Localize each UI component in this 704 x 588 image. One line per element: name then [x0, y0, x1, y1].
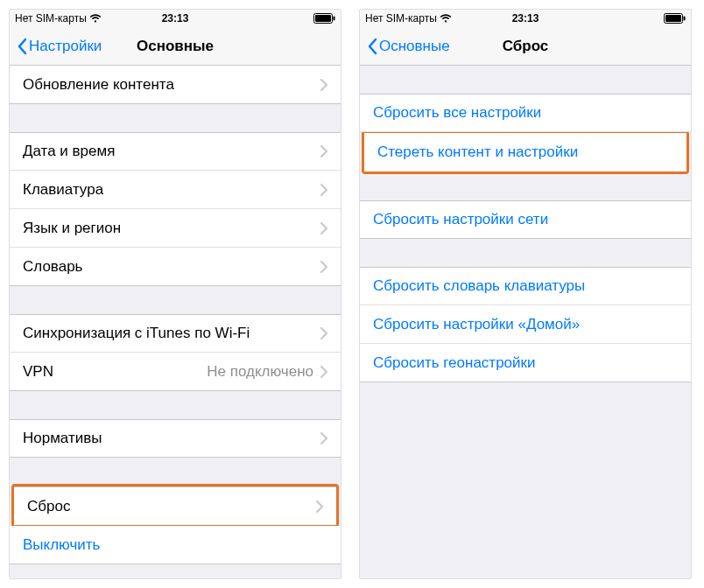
nav-bar: Настройки Основные — [10, 27, 341, 66]
row-label: Словарь — [23, 258, 320, 276]
battery-icon — [313, 13, 335, 24]
row-label: Стереть контент и настройки — [377, 144, 673, 161]
row-detail: Не подключено — [207, 363, 313, 381]
row-label: Язык и регион — [23, 220, 320, 237]
row-label: Дата и время — [23, 143, 320, 160]
row-label: Нормативы — [23, 430, 320, 447]
back-label: Основные — [379, 38, 450, 55]
row-reset-network[interactable]: Сбросить настройки сети — [360, 200, 691, 239]
row-erase-all[interactable]: Стереть контент и настройки — [364, 133, 686, 172]
chevron-right-icon — [320, 222, 327, 234]
nav-title: Основные — [137, 38, 214, 55]
row-label: VPN — [23, 363, 207, 381]
battery-icon — [664, 13, 686, 24]
row-itunes-wifi[interactable]: Синхронизация с iTunes по Wi-Fi — [10, 314, 341, 353]
row-label: Сбросить настройки «Домой» — [373, 316, 678, 333]
row-label: Сбросить словарь клавиатуры — [373, 277, 678, 295]
chevron-left-icon — [17, 38, 27, 55]
row-reset-keyboard[interactable]: Сбросить словарь клавиатуры — [360, 267, 691, 305]
chevron-right-icon — [320, 145, 327, 158]
wifi-icon — [440, 14, 452, 23]
row-reset-all[interactable]: Сбросить все настройки — [360, 94, 691, 132]
chevron-right-icon — [320, 79, 327, 91]
row-label: Синхронизация с iTunes по Wi-Fi — [23, 325, 320, 342]
highlight-reset: Сброс — [11, 484, 339, 528]
row-label: Выключить — [23, 536, 327, 554]
chevron-left-icon — [367, 38, 377, 55]
row-label: Сбросить геонастройки — [373, 354, 678, 372]
status-bar: Нет SIM-карты 23:13 — [10, 10, 341, 27]
row-label: Обновление контента — [23, 76, 320, 94]
svg-rect-2 — [334, 17, 335, 21]
row-label: Клавиатура — [23, 181, 320, 199]
status-time: 23:13 — [512, 12, 539, 24]
row-regulatory[interactable]: Нормативы — [10, 419, 341, 458]
phone-general-settings: Нет SIM-карты 23:13 Настройки Основные О… — [9, 9, 341, 579]
row-reset-location[interactable]: Сбросить геонастройки — [360, 344, 691, 382]
chevron-right-icon — [320, 432, 327, 444]
settings-list: Обновление контента Дата и время Клавиат… — [10, 66, 341, 578]
chevron-right-icon — [320, 327, 327, 340]
row-reset[interactable]: Сброс — [14, 486, 336, 525]
status-bar: Нет SIM-карты 23:13 — [360, 10, 691, 27]
nav-title: Сброс — [503, 38, 549, 55]
row-label: Сбросить все настройки — [373, 104, 678, 122]
back-label: Настройки — [29, 38, 102, 55]
carrier-label: Нет SIM-карты — [365, 12, 437, 24]
reset-list: Сбросить все настройки Стереть контент и… — [360, 66, 691, 578]
row-keyboard[interactable]: Клавиатура — [10, 171, 341, 209]
row-reset-home[interactable]: Сбросить настройки «Домой» — [360, 305, 691, 344]
row-dictionary[interactable]: Словарь — [10, 248, 341, 286]
chevron-right-icon — [320, 366, 327, 378]
svg-rect-1 — [315, 15, 331, 22]
back-button[interactable]: Основные — [367, 38, 450, 55]
phone-reset-settings: Нет SIM-карты 23:13 Основные Сброс Сброс… — [359, 9, 692, 579]
row-language[interactable]: Язык и регион — [10, 209, 341, 248]
svg-rect-5 — [684, 17, 686, 21]
row-vpn[interactable]: VPN Не подключено — [10, 353, 341, 391]
chevron-right-icon — [320, 261, 327, 273]
carrier-label: Нет SIM-карты — [15, 12, 87, 24]
row-content-update[interactable]: Обновление контента — [10, 66, 341, 104]
chevron-right-icon — [316, 500, 323, 513]
row-date-time[interactable]: Дата и время — [10, 132, 341, 171]
back-button[interactable]: Настройки — [17, 38, 102, 55]
wifi-icon — [89, 14, 102, 23]
highlight-erase: Стереть контент и настройки — [362, 130, 689, 174]
chevron-right-icon — [320, 184, 327, 196]
svg-rect-4 — [665, 15, 681, 22]
status-time: 23:13 — [162, 12, 189, 24]
nav-bar: Основные Сброс — [360, 27, 691, 66]
row-label: Сброс — [27, 498, 316, 515]
row-label: Сбросить настройки сети — [373, 211, 678, 228]
row-shutdown[interactable]: Выключить — [10, 526, 341, 564]
